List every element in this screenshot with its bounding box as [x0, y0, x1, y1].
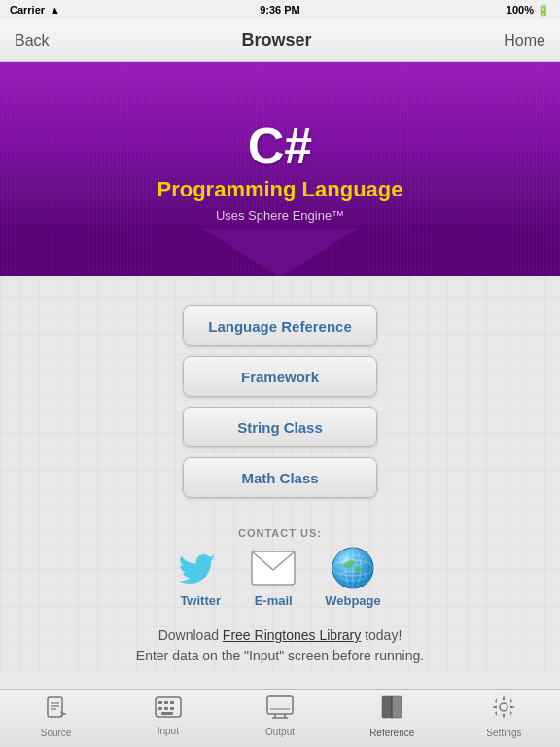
- language-reference-label: Language Reference: [208, 318, 352, 335]
- download-prefix: Download: [158, 627, 223, 643]
- email-icon: [251, 551, 296, 586]
- email-contact[interactable]: E-mail: [251, 551, 296, 608]
- tab-settings-label: Settings: [486, 728, 521, 738]
- tab-reference[interactable]: Reference: [336, 694, 448, 738]
- settings-icon: [491, 694, 516, 726]
- language-reference-button[interactable]: Language Reference: [183, 305, 377, 346]
- output-icon: [266, 695, 294, 725]
- tab-input-label: Input: [158, 726, 179, 736]
- back-button[interactable]: Back: [15, 32, 50, 50]
- tab-bar: Source Input: [0, 689, 560, 747]
- string-class-button[interactable]: String Class: [183, 407, 377, 447]
- carrier-label: Carrier: [10, 4, 45, 16]
- tab-reference-label: Reference: [369, 728, 414, 738]
- status-right: 100% 🔋: [507, 4, 550, 17]
- tab-input[interactable]: Input: [112, 696, 224, 736]
- hero-banner: C# Programming Language Uses Sphere Engi…: [0, 62, 560, 276]
- status-time: 9:36 PM: [260, 4, 300, 16]
- svg-rect-19: [158, 707, 162, 710]
- svg-rect-22: [161, 712, 173, 715]
- svg-rect-11: [48, 697, 62, 717]
- tab-source[interactable]: Source: [0, 694, 112, 738]
- tab-settings[interactable]: Settings: [448, 694, 560, 738]
- input-icon: [155, 696, 182, 724]
- reference-icon: [379, 694, 404, 726]
- twitter-label: Twitter: [180, 593, 221, 608]
- main-content: Language Reference Framework String Clas…: [0, 276, 560, 676]
- hero-engine: Uses Sphere Engine™: [216, 208, 344, 223]
- tab-source-label: Source: [41, 728, 72, 738]
- contact-heading: CONTACT US:: [238, 527, 322, 539]
- contact-icons: Twitter E-mail: [179, 547, 381, 608]
- twitter-icon: [179, 547, 222, 589]
- contact-section: CONTACT US: Twitter E-mai: [19, 527, 541, 608]
- wifi-icon: ▲: [50, 4, 60, 16]
- home-button[interactable]: Home: [504, 32, 545, 50]
- email-label: E-mail: [255, 593, 293, 608]
- hero-subtitle: Programming Language: [157, 177, 402, 202]
- svg-rect-20: [164, 707, 168, 710]
- framework-button[interactable]: Framework: [183, 356, 377, 397]
- math-class-label: Math Class: [241, 470, 318, 486]
- svg-point-29: [500, 703, 508, 711]
- svg-rect-17: [164, 701, 168, 704]
- svg-rect-18: [170, 701, 174, 704]
- battery-icon: 🔋: [537, 4, 550, 17]
- hero-title: C#: [248, 117, 312, 175]
- string-class-label: String Class: [237, 419, 323, 436]
- download-section: Download Free Ringtones Library today! E…: [117, 625, 443, 666]
- svg-rect-23: [267, 696, 293, 714]
- status-bar: Carrier ▲ 9:36 PM 100% 🔋: [0, 0, 560, 19]
- download-suffix: today!: [361, 627, 402, 643]
- svg-rect-16: [158, 701, 162, 704]
- svg-rect-21: [170, 707, 174, 710]
- webpage-contact[interactable]: Webpage: [325, 547, 381, 608]
- math-class-button[interactable]: Math Class: [183, 457, 377, 498]
- battery-label: 100%: [507, 4, 534, 16]
- nav-title: Browser: [241, 30, 311, 51]
- webpage-label: Webpage: [325, 593, 381, 608]
- status-left: Carrier ▲: [10, 4, 60, 16]
- source-icon: [44, 694, 69, 726]
- nav-bar: Back Browser Home: [0, 19, 560, 62]
- twitter-contact[interactable]: Twitter: [179, 547, 222, 608]
- tab-output-label: Output: [265, 727, 295, 737]
- download-link[interactable]: Free Ringtones Library: [223, 627, 361, 643]
- framework-label: Framework: [241, 369, 319, 385]
- instruction-text: Enter data on the "Input" screen before …: [136, 648, 424, 663]
- globe-icon: [332, 547, 374, 589]
- tab-output[interactable]: Output: [224, 695, 335, 737]
